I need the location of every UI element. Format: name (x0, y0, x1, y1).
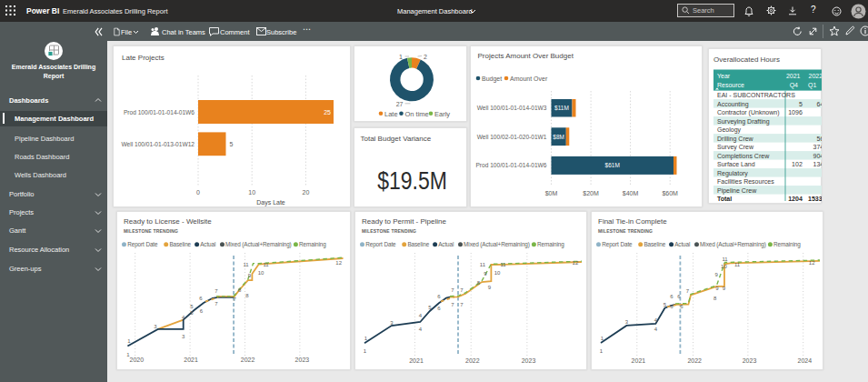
svg-text:0: 0 (196, 189, 200, 196)
svg-text:8: 8 (245, 293, 249, 298)
svg-text:6: 6 (670, 293, 673, 298)
svg-text:7: 7 (215, 301, 218, 307)
svg-text:4: 4 (654, 326, 658, 331)
svg-text:8: 8 (713, 295, 717, 300)
svg-text:12: 12 (335, 260, 342, 266)
svg-text:Remaining: Remaining (299, 241, 326, 248)
svg-text:Q4: Q4 (789, 82, 797, 89)
svg-text:Prod 100/01-01-014-01W6: Prod 100/01-01-014-01W6 (124, 109, 195, 116)
svg-text:1: 1 (364, 335, 368, 340)
svg-text:11: 11 (734, 262, 741, 267)
svg-text:On time: On time (405, 110, 429, 118)
svg-text:Survey Crew: Survey Crew (717, 144, 754, 151)
svg-text:2023: 2023 (743, 357, 757, 363)
svg-text:4: 4 (419, 326, 423, 331)
svg-text:7: 7 (233, 296, 236, 301)
svg-text:64: 64 (816, 101, 822, 107)
svg-text:Well 100/01-01-013-01W12: Well 100/01-01-013-01W12 (121, 141, 195, 147)
svg-text:Actual: Actual (438, 241, 454, 247)
svg-text:374: 374 (813, 144, 822, 150)
svg-text:7: 7 (686, 287, 690, 293)
svg-text:$0M: $0M (545, 190, 558, 196)
svg-text:Mixed (Actual+Remaining): Mixed (Actual+Remaining) (464, 241, 530, 248)
svg-text:Baseline: Baseline (644, 241, 665, 247)
svg-text:9: 9 (488, 285, 492, 290)
svg-text:Surface Land: Surface Land (717, 161, 755, 167)
svg-text:9: 9 (714, 272, 718, 277)
svg-text:Pipeline Crew: Pipeline Crew (717, 187, 757, 195)
svg-text:$60M: $60M (662, 190, 678, 196)
svg-text:Q1: Q1 (808, 82, 816, 89)
svg-text:Remaining: Remaining (537, 241, 564, 248)
svg-text:12: 12 (573, 259, 579, 265)
svg-text:5: 5 (663, 301, 667, 307)
svg-text:11: 11 (722, 256, 728, 261)
svg-text:10: 10 (494, 270, 501, 276)
svg-text:2023: 2023 (295, 357, 310, 363)
svg-text:56: 56 (816, 136, 822, 142)
svg-text:904: 904 (813, 153, 822, 159)
svg-text:Late: Late (384, 110, 398, 118)
svg-text:2024: 2024 (798, 357, 813, 363)
svg-text:9: 9 (723, 286, 726, 291)
svg-text:EAI - SUBCONTRACTORS: EAI - SUBCONTRACTORS (717, 92, 795, 98)
svg-text:9: 9 (248, 273, 252, 278)
svg-text:5: 5 (230, 141, 234, 147)
svg-text:11: 11 (243, 262, 249, 267)
svg-text:1: 1 (364, 348, 367, 354)
svg-text:2021: 2021 (409, 357, 424, 363)
svg-text:1: 1 (399, 54, 403, 60)
svg-text:10: 10 (248, 189, 255, 196)
svg-text:Actual: Actual (200, 241, 215, 247)
svg-text:12: 12 (809, 260, 815, 266)
svg-text:2022: 2022 (687, 357, 702, 363)
svg-text:Surveying Drafting: Surveying Drafting (717, 118, 770, 126)
svg-text:Total: Total (717, 196, 732, 202)
svg-text:25: 25 (324, 109, 331, 116)
svg-text:7: 7 (215, 288, 218, 294)
svg-text:Early: Early (434, 110, 450, 118)
svg-text:11: 11 (263, 262, 269, 267)
svg-text:102: 102 (792, 161, 803, 167)
svg-text:1: 1 (127, 337, 131, 343)
svg-text:3: 3 (625, 319, 629, 325)
svg-text:Baseline: Baseline (407, 241, 429, 247)
svg-text:Report Date: Report Date (127, 241, 158, 248)
svg-text:11: 11 (480, 261, 486, 266)
svg-text:2023: 2023 (522, 357, 536, 363)
svg-text:1533: 1533 (808, 196, 823, 202)
svg-text:4: 4 (419, 313, 423, 318)
svg-text:Well 100/01-01-014-01W3: Well 100/01-01-014-01W3 (477, 105, 547, 111)
svg-text:Year: Year (717, 73, 731, 79)
svg-text:Amount Over: Amount Over (510, 75, 548, 82)
svg-text:2022: 2022 (241, 357, 255, 363)
svg-text:2021: 2021 (785, 73, 800, 79)
svg-text:5: 5 (190, 304, 194, 309)
svg-text:Geology: Geology (717, 126, 742, 134)
svg-text:2020: 2020 (130, 357, 145, 363)
svg-text:20: 20 (303, 189, 310, 196)
svg-text:Budget: Budget (482, 75, 502, 83)
svg-text:Remaining: Remaining (773, 241, 801, 248)
svg-text:2021: 2021 (632, 357, 646, 363)
svg-text:6: 6 (437, 294, 441, 299)
svg-text:Baseline: Baseline (169, 241, 191, 247)
svg-text:3: 3 (154, 323, 157, 328)
svg-text:Mixed (Actual+Remaining): Mixed (Actual+Remaining) (700, 241, 766, 248)
svg-text:Regulatory: Regulatory (717, 170, 748, 177)
svg-text:3: 3 (182, 334, 185, 339)
svg-text:10: 10 (721, 264, 727, 269)
svg-text:Mixed (Actual+Remaining): Mixed (Actual+Remaining) (225, 241, 292, 248)
svg-text:Drilling Crew: Drilling Crew (717, 136, 754, 143)
svg-text:6: 6 (200, 308, 204, 314)
svg-text:Accounting: Accounting (717, 101, 749, 108)
svg-text:$20M: $20M (583, 190, 599, 196)
svg-text:6: 6 (199, 296, 203, 301)
svg-text:Report Date: Report Date (602, 241, 633, 248)
svg-text:$8M: $8M (553, 134, 564, 140)
svg-text:1: 1 (601, 335, 604, 340)
svg-text:7: 7 (451, 302, 454, 307)
svg-text:7: 7 (460, 287, 464, 293)
svg-text:$61M: $61M (605, 162, 620, 168)
svg-text:$11M: $11M (554, 105, 569, 111)
